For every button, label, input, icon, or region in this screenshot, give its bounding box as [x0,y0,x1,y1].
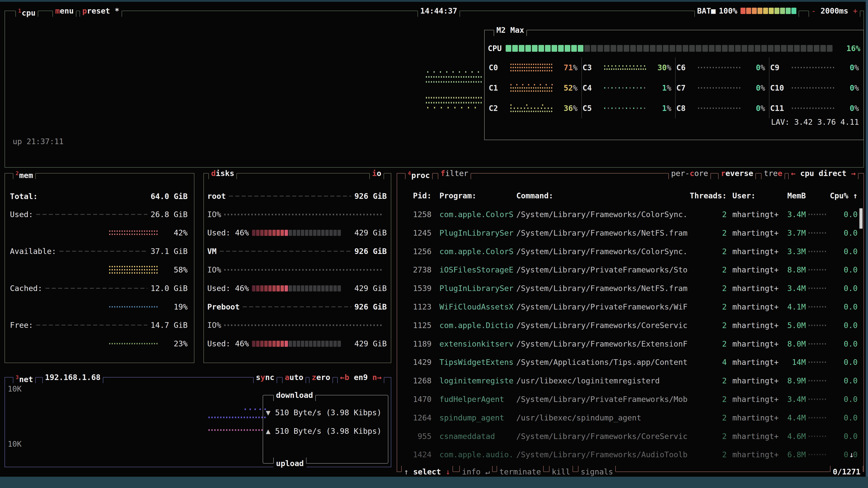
net-sync-toggle[interactable]: sync [253,372,277,383]
sort-column-switcher[interactable]: ← cpu direct → [788,168,859,179]
core-column-divider [581,57,582,119]
sort-next-button[interactable]: → [851,169,856,178]
core-c3: C330% [581,57,675,78]
disk-io-row: IO% [207,209,387,220]
net-auto-toggle[interactable]: auto [282,372,306,383]
core-usage-graph [792,83,834,93]
process-row[interactable]: 1424com.apple.audio./System/Library/Fram… [404,449,858,460]
reverse-toggle[interactable]: reverse [718,168,756,179]
download-graph [209,417,266,418]
process-box: 4proc filter per-core reverse tree ← cpu… [397,173,864,472]
core-c0: C071% [487,57,581,78]
dash-filler [220,251,351,252]
info-button[interactable]: info ↵ [459,466,493,477]
core-c6: C60% [675,57,768,78]
battery-block [769,8,774,14]
disk-io-row: IO% [207,264,387,275]
refresh-minus-button[interactable]: - [811,6,816,15]
download-label: download [273,390,316,401]
signals-button[interactable]: signals [578,466,616,477]
io-graph [224,324,383,326]
kill-button[interactable]: kill [549,466,573,477]
mem-available-row: Available:37.1 GiB [10,246,188,257]
cpu-history-graph [427,107,482,108]
mem-free-graph-row: 23% [10,338,188,349]
process-row[interactable]: 1123WiFiCloudAssetsX/System/Library/Priv… [404,301,858,312]
cpu-history-graph [426,97,482,98]
core-c10: C100% [768,78,862,98]
core-c4: C41% [581,78,675,98]
core-usage-graph [510,83,553,93]
refresh-plus-button[interactable]: + [853,6,857,15]
net-scale-top: 10K [8,384,22,394]
battery-block [741,8,745,14]
process-row[interactable]: 1470fudHelperAgent/System/Library/Privat… [404,394,858,404]
desktop-edge-right [866,0,868,488]
battery-block [752,8,757,14]
process-row[interactable]: 1268loginitemregiste/usr/libexec/loginit… [404,375,858,386]
dash-filler [36,214,147,215]
process-row[interactable]: 2738iOSFilesStorageE/System/Library/Priv… [404,264,858,275]
upload-arrow-icon: ▲ [266,427,270,435]
disk-used-row: Used: 46%429 GiB [207,338,387,349]
mem-dots-filler [809,251,827,252]
disks-io-toggle[interactable]: io [369,168,384,179]
cpu-total-percent: 16% [838,44,860,53]
disk-name-row: Preboot926 GiB [207,301,387,312]
filter-button[interactable]: filter [438,168,471,179]
tree-toggle[interactable]: tree [761,168,785,179]
process-row[interactable]: 955csnameddatad/System/Library/Framework… [404,431,858,442]
process-row[interactable]: 1429TipsWidgetExtens/System/Applications… [404,357,858,367]
mem-dots-filler [809,398,827,400]
sort-indicator[interactable]: Cpu% ↑ [829,191,858,200]
net-speed-box: download upload ▼ 510 Byte/s (3.98 Kibps… [263,395,388,464]
process-row[interactable]: 1258com.apple.ColorS/System/Library/Fram… [404,209,858,220]
disk-used-row: Used: 46%429 GiB [207,227,387,238]
preset-button[interactable]: preset * [80,5,122,17]
core-c5: C51% [581,98,675,119]
per-core-toggle[interactable]: per-core [669,168,711,179]
cpu-history-graph [426,102,482,103]
enter-icon: ↵ [485,467,490,476]
select-control[interactable]: ↑ select ↓ [401,466,453,477]
disk-used-bar [252,285,341,291]
core-c9: C90% [768,57,862,78]
disks-box-title[interactable]: disks [209,168,237,179]
battery-block [757,8,763,14]
core-c8: C80% [675,98,768,119]
menu-button[interactable]: menu [53,5,76,17]
core-column-divider [675,57,676,119]
terminate-button[interactable]: terminate [497,466,544,477]
process-row[interactable]: 1245PlugInLibrarySer/System/Library/Fram… [404,228,858,238]
cpu-model-title: M2 Max [494,24,527,36]
sort-prev-button[interactable]: ← [791,169,796,178]
process-row[interactable]: 1264spindump_agent/usr/libexec/spindump_… [404,412,858,423]
net-interface-switcher[interactable]: ←b en9 n→ [337,372,384,383]
cpu-box-title[interactable]: 1cpu [16,5,38,17]
process-row[interactable]: 1125com.apple.Dictio/System/Library/Fram… [404,320,858,331]
battery-block [746,8,751,14]
memory-box-title[interactable]: 2mem [13,168,36,179]
ip-address: 192.168.1.68 [42,372,103,383]
dash-filler [36,325,147,326]
core-c1: C152% [487,78,581,98]
core-usage-graph [698,63,740,72]
process-scrollbar[interactable] [860,208,863,229]
core-c2: C236% [487,98,581,119]
mem-available-graph [109,265,158,275]
net-zero-toggle[interactable]: zero [309,372,333,383]
cores-grid: C071%C152%C236%C330%C41%C51%C60%C70%C80%… [487,57,862,119]
iface-prev-button[interactable]: ←b [340,373,349,382]
iface-next-button[interactable]: n→ [372,373,381,382]
process-row[interactable]: 1539PlugInLibrarySer/System/Library/Fram… [404,283,858,294]
network-box: 3net 192.168.1.68 sync auto zero ←b en9 … [4,377,391,467]
process-row[interactable]: 1189extensionkitserv/System/Library/Fram… [404,338,858,349]
cpu-history-graph [427,71,482,73]
network-box-title[interactable]: 3net [13,372,36,383]
battery-block [774,8,779,14]
process-row[interactable]: 1256com.apple.ColorS/System/Library/Fram… [404,246,858,257]
cpu-history-graph [426,81,482,83]
desktop-edge-bottom [0,477,868,488]
process-box-title[interactable]: 4proc [405,168,433,179]
mem-available-graph-row: 58% [10,264,188,275]
